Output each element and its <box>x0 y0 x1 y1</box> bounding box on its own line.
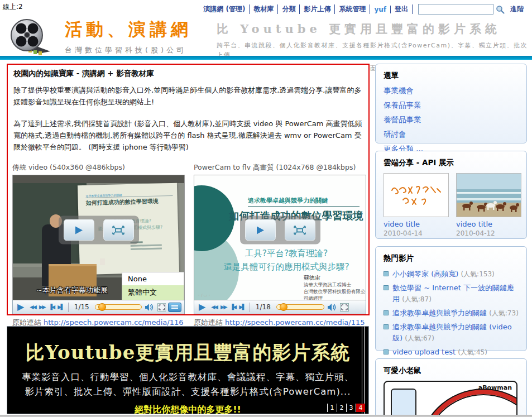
cloud-video-2-date: 2010-04-12 <box>456 229 521 237</box>
advanced-search-link[interactable]: 進階 <box>506 4 528 14</box>
hot-video-views: (人氣:73) <box>489 309 519 317</box>
site-header: 活動、演講網 台灣數位學習科技(股)公司 比 Youtube 更實用且豐富的影片… <box>0 17 532 55</box>
nav-categories[interactable]: 分類 <box>278 4 300 14</box>
nav-logout[interactable]: 登出 <box>391 4 413 14</box>
page-indicator: 1/18 <box>256 303 271 311</box>
slide-author-block: 蘇德宙 清華大學資訊工程博士 台灣數位學習科技股份有限公司總經理 <box>304 275 366 300</box>
nav-username[interactable]: yuf <box>370 6 391 13</box>
menu-item-nutrition[interactable]: 養營品事業 <box>384 115 519 125</box>
player-caption: PowerCam to flv 高畫質 (1024x768 @184kbps) <box>194 163 366 172</box>
hot-video-link[interactable]: 小小鋼琴家 (高頻寬) <box>392 270 458 278</box>
cloud-share-box: 雲端分享 - API 展示 video title 2010-04-14 <box>375 151 527 239</box>
forward-button[interactable]: ▶▶ <box>39 304 45 310</box>
hot-video-link[interactable]: video upload test <box>392 348 456 356</box>
list-bullet-icon <box>384 285 389 290</box>
search-icon[interactable] <box>496 5 505 14</box>
seek-slider-knob[interactable] <box>280 303 287 311</box>
player-control-bar: ▶ ◀◀ ▶▶ ▐◀ ▶▌ 1/18 <box>194 300 366 314</box>
sidebar-menu-box: 選單 事業機會 保養品事業 養營品事業 研討會 更多分類 ... <box>375 64 527 143</box>
subtitle-option-traditional-chinese[interactable]: 繁體中文 <box>122 285 184 300</box>
video-screen-classroom[interactable]: 追求教學卓越與競爭力的關鍵 如何打造成功的數位學習環境 工具?平台?教育理論?還… <box>12 175 185 300</box>
search-input[interactable] <box>418 4 493 15</box>
slide-kicker: 追求教學卓越與競爭力的關鍵 <box>248 196 328 205</box>
overlay-fullscreen-button[interactable] <box>285 219 315 241</box>
volume-icon[interactable] <box>327 303 337 311</box>
hamster-widget[interactable]: aBowman <box>384 381 517 417</box>
subtitle-menu-button[interactable] <box>168 303 181 312</box>
slide-questions: 工具?平台?教育理論?還是具體可行的應用模式與步驟? <box>217 247 356 274</box>
prev-slide-button[interactable]: ▐◀ <box>49 304 55 310</box>
intro-paragraph-2: 為了達到上述需求,我們採雙首頁設計 (影音入口、個人教材庫),並同時支援 vid… <box>13 118 363 153</box>
next-slide-button[interactable]: ▶▌ <box>239 304 245 310</box>
banner-page-1[interactable]: 1 <box>327 404 337 412</box>
nav-system-admin[interactable]: 系統管理 <box>335 4 370 14</box>
video-players-row: 傳統 video (540x360 @486kbps) 追求教學卓越與競爭力的關… <box>12 163 364 328</box>
forward-button[interactable]: ▶▶ <box>221 304 227 310</box>
rewind-button[interactable]: ◀◀ <box>211 304 217 310</box>
list-bullet-icon <box>384 310 389 315</box>
hot-videos-list: 小小鋼琴家 (高頻寬) (人氣:153) 數位學習 ~ Internet 下一波… <box>384 269 519 358</box>
site-title[interactable]: 活動、演講網 <box>65 18 192 41</box>
page: 線上:2 演講網 (管理) 教材庫 分類 影片上傳 系統管理 yuf 登出 進階 <box>0 0 532 417</box>
volume-icon[interactable] <box>145 303 154 311</box>
hot-video-item: 追求教學卓越與競爭力的關鍵 (video 版) (人氣:67) <box>384 322 519 344</box>
seek-slider[interactable] <box>95 304 142 310</box>
slide-rule <box>248 206 360 207</box>
overlay-fullscreen-button[interactable] <box>103 219 134 241</box>
menu-item-business-opportunity[interactable]: 事業機會 <box>384 86 519 96</box>
cloud-video-2-thumbnail[interactable] <box>456 173 521 217</box>
banner-title: 比Youtube更實用且豐富的影片系統 <box>7 340 368 366</box>
slide-mini-controls: ◦/▭◦ <box>198 293 212 298</box>
header-divider-bar <box>0 56 532 60</box>
cloud-video-1-thumbnail[interactable] <box>384 173 449 217</box>
play-button[interactable]: ▶ <box>199 303 205 311</box>
menu-item-skincare[interactable]: 保養品事業 <box>384 100 519 111</box>
nav-speech-admin[interactable]: 演講網 (管理) <box>199 4 250 14</box>
play-button[interactable]: ▶ <box>17 303 24 311</box>
banner-page-2[interactable]: 2 <box>337 404 346 412</box>
menu-item-seminar[interactable]: 研討會 <box>384 130 519 140</box>
subtitle-option-english[interactable]: English <box>122 300 184 300</box>
hamster-wheel <box>419 390 517 417</box>
nav-material-library[interactable]: 教材庫 <box>250 4 278 14</box>
nav-video-upload[interactable]: 影片上傳 <box>300 4 335 14</box>
seek-slider[interactable] <box>276 304 324 310</box>
widget-brand: aBowman <box>478 384 512 391</box>
banner-page-3[interactable]: 3 <box>346 404 356 412</box>
banner-decor-line <box>362 327 362 414</box>
film-reel-logo-icon <box>7 19 61 56</box>
promo-banner[interactable]: 比Youtube更實用且豐富的影片系統 專業影音入口、行動學習、個人化影音教材庫… <box>7 326 369 414</box>
featured-content-box: 校園內的知識寶庫 - 演講網 + 影音教材庫 除了提供學校重要演講與活動的影音入… <box>7 64 370 315</box>
prev-slide-button[interactable]: ▐◀ <box>230 304 236 310</box>
source-link-url[interactable]: http://speech.powercam.cc/media/115 <box>225 318 365 327</box>
fullscreen-icon[interactable] <box>157 303 166 311</box>
cloud-video-1-title[interactable]: video title <box>384 220 449 228</box>
cup <box>100 258 105 265</box>
banner-feature-line: 專業影音入口、行動學習、個人化影音教材庫、會議議程、字幕、獨立片頭、影片索引、批… <box>17 370 359 399</box>
rewind-button[interactable]: ◀◀ <box>30 304 36 310</box>
handwriting-thumbnail-image <box>384 174 448 217</box>
overlay-play-button[interactable] <box>64 219 94 241</box>
overlay-play-button[interactable] <box>245 219 276 241</box>
banner-page-4-active[interactable]: 4 <box>356 404 365 412</box>
video-subtitle-text: ~本片含有字幕功能展 <box>36 285 108 295</box>
hot-video-item: video upload test (人氣:45) <box>384 347 519 358</box>
company-name: 台灣數位學習科技(股)公司 <box>65 45 192 55</box>
hot-video-views: (人氣:87) <box>402 295 432 303</box>
cloud-video-2: video title 2010-04-12 <box>456 173 521 237</box>
list-bullet-icon <box>384 271 389 276</box>
hot-video-link[interactable]: 追求教學卓越與競爭力的關鍵 <box>392 309 487 317</box>
fullscreen-icon[interactable] <box>340 303 349 311</box>
next-slide-button[interactable]: ▶▌ <box>57 304 64 310</box>
source-link-url[interactable]: http://speech.powercam.cc/media/116 <box>44 318 184 327</box>
subtitle-option-none[interactable]: None <box>122 272 184 285</box>
player-overlay-controls <box>240 216 320 245</box>
seek-slider-knob[interactable] <box>98 303 106 311</box>
video-player-traditional: 傳統 video (540x360 @486kbps) 追求教學卓越與競爭力的關… <box>12 163 185 328</box>
hot-videos-title: 熱門影片 <box>384 253 519 263</box>
cloud-video-2-title[interactable]: video title <box>456 220 521 228</box>
slogan-big: 比 Youtube 更實用且豐富的影片系統 <box>217 21 529 37</box>
mouse-widget-title: 可愛小老鼠 <box>384 366 519 376</box>
source-link-label: 原始連結 <box>194 318 223 327</box>
video-screen-slide[interactable]: 追求教學卓越與競爭力的關鍵 如何打造成功的數位學習環境 工具?平台?教育理論?還… <box>194 175 366 300</box>
